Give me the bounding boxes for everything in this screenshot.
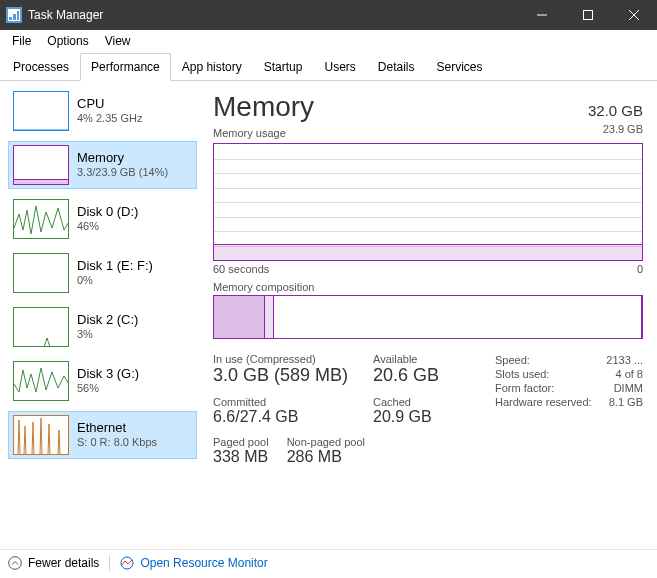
sidebar-item-sub: 0% [77, 274, 153, 288]
page-title: Memory [213, 91, 314, 123]
sidebar-item-sub: 3% [77, 328, 138, 342]
stat-label: Speed: [495, 354, 530, 366]
menu-options[interactable]: Options [39, 32, 96, 50]
stat-value: 286 MB [287, 448, 365, 466]
taskmgr-icon [6, 7, 22, 23]
stat-label: Available [373, 353, 483, 365]
open-resource-monitor-link[interactable]: Open Resource Monitor [140, 556, 267, 570]
stat-value: 20.9 GB [373, 408, 483, 426]
content: CPU 4% 2.35 GHz Memory 3.3/23.9 GB (14%)… [0, 81, 657, 549]
disk0-thumb [13, 199, 69, 239]
sidebar-item-label: Disk 0 (D:) [77, 204, 138, 220]
stat-value: 8.1 GB [609, 396, 643, 408]
sidebar-item-label: Disk 1 (E: F:) [77, 258, 153, 274]
svg-point-6 [9, 556, 22, 569]
comp-seg-modified [265, 296, 274, 338]
stats-bottom: Paged pool 338 MB Non-paged pool 286 MB [213, 436, 643, 466]
minimize-button[interactable] [519, 0, 565, 30]
cpu-thumb [13, 91, 69, 131]
stat-label: Form factor: [495, 382, 554, 394]
menu-file[interactable]: File [4, 32, 39, 50]
stat-label: Cached [373, 396, 483, 408]
stat-label: Non-paged pool [287, 436, 365, 448]
maximize-button[interactable] [565, 0, 611, 30]
close-button[interactable] [611, 0, 657, 30]
fewer-details-button[interactable]: Fewer details [28, 556, 99, 570]
svg-rect-5 [584, 11, 593, 20]
sidebar-item-label: CPU [77, 96, 142, 112]
comp-seg-standby [274, 296, 642, 338]
sidebar-item-disk1[interactable]: Disk 1 (E: F:) 0% [8, 249, 197, 297]
sidebar-item-cpu[interactable]: CPU 4% 2.35 GHz [8, 87, 197, 135]
stat-value: DIMM [614, 382, 643, 394]
disk3-thumb [13, 361, 69, 401]
sidebar: CPU 4% 2.35 GHz Memory 3.3/23.9 GB (14%)… [0, 81, 197, 549]
stat-value: 2133 ... [606, 354, 643, 366]
usage-label: Memory usage [213, 127, 286, 139]
capacity: 32.0 GB [588, 102, 643, 119]
stat-label: Paged pool [213, 436, 269, 448]
resource-monitor-icon [120, 556, 134, 570]
tab-startup[interactable]: Startup [253, 53, 314, 81]
axis-left: 60 seconds [213, 263, 269, 275]
disk2-thumb [13, 307, 69, 347]
stat-value: 20.6 GB [373, 365, 483, 386]
disk1-thumb [13, 253, 69, 293]
sidebar-item-disk0[interactable]: Disk 0 (D:) 46% [8, 195, 197, 243]
sidebar-item-label: Disk 2 (C:) [77, 312, 138, 328]
sidebar-item-disk2[interactable]: Disk 2 (C:) 3% [8, 303, 197, 351]
chevron-up-circle-icon[interactable] [8, 556, 22, 570]
stat-label: Committed [213, 396, 373, 408]
stat-label: Slots used: [495, 368, 549, 380]
stat-value: 3.0 GB (589 MB) [213, 365, 373, 386]
menubar: File Options View [0, 30, 657, 52]
tabstrip: Processes Performance App history Startu… [0, 52, 657, 81]
stat-value: 338 MB [213, 448, 269, 466]
stats-right: Speed:2133 ... Slots used:4 of 8 Form fa… [495, 353, 643, 426]
window-controls [519, 0, 657, 30]
comp-seg-inuse [214, 296, 265, 338]
usage-max: 23.9 GB [603, 123, 643, 135]
sidebar-item-label: Ethernet [77, 420, 157, 436]
svg-rect-3 [13, 14, 16, 20]
memory-composition-chart [213, 295, 643, 339]
composition-label: Memory composition [213, 281, 643, 293]
sidebar-item-label: Memory [77, 150, 168, 166]
sidebar-item-sub: 56% [77, 382, 139, 396]
footer: Fewer details Open Resource Monitor [0, 549, 657, 575]
titlebar: Task Manager [0, 0, 657, 30]
tab-app-history[interactable]: App history [171, 53, 253, 81]
stats-left: In use (Compressed) 3.0 GB (589 MB) Avai… [213, 353, 483, 426]
window-title: Task Manager [28, 8, 519, 22]
sidebar-item-sub: 46% [77, 220, 138, 234]
sidebar-item-sub: S: 0 R: 8.0 Kbps [77, 436, 157, 450]
tab-details[interactable]: Details [367, 53, 426, 81]
sidebar-item-sub: 3.3/23.9 GB (14%) [77, 166, 168, 180]
stat-value: 4 of 8 [615, 368, 643, 380]
svg-rect-4 [17, 11, 19, 20]
sidebar-item-label: Disk 3 (G:) [77, 366, 139, 382]
stat-label: In use (Compressed) [213, 353, 373, 365]
axis-right: 0 [637, 263, 643, 275]
ethernet-thumb [13, 415, 69, 455]
tab-users[interactable]: Users [313, 53, 366, 81]
stat-label: Hardware reserved: [495, 396, 592, 408]
sidebar-item-ethernet[interactable]: Ethernet S: 0 R: 8.0 Kbps [8, 411, 197, 459]
sidebar-item-memory[interactable]: Memory 3.3/23.9 GB (14%) [8, 141, 197, 189]
menu-view[interactable]: View [97, 32, 139, 50]
tab-processes[interactable]: Processes [2, 53, 80, 81]
separator [109, 555, 110, 571]
tab-services[interactable]: Services [426, 53, 494, 81]
stat-value: 6.6/27.4 GB [213, 408, 373, 426]
sidebar-item-sub: 4% 2.35 GHz [77, 112, 142, 126]
main-panel: Memory 32.0 GB Memory usage 23.9 GB 60 s… [197, 81, 657, 549]
tab-performance[interactable]: Performance [80, 53, 171, 81]
memory-thumb [13, 145, 69, 185]
memory-usage-chart [213, 143, 643, 261]
sidebar-item-disk3[interactable]: Disk 3 (G:) 56% [8, 357, 197, 405]
svg-rect-2 [9, 17, 12, 20]
